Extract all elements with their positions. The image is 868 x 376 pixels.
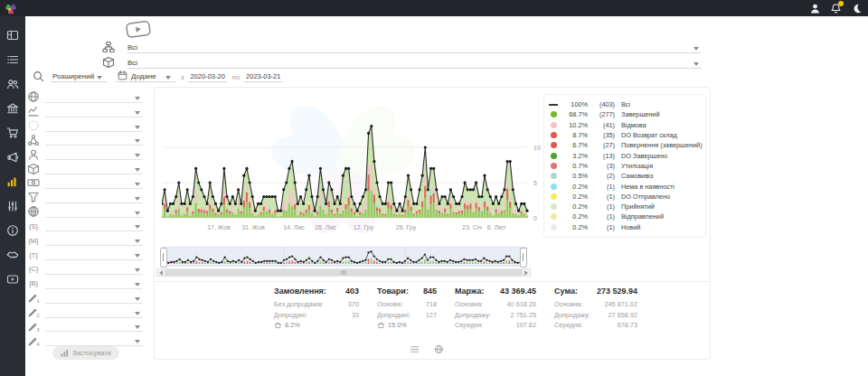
apply-filters-button[interactable]: Застосувати — [52, 346, 119, 360]
filter-row-categories[interactable]: Всі — [102, 40, 702, 53]
filter-dropdown-11[interactable]: {M} — [27, 231, 143, 246]
legend-item-11[interactable]: 0.2% (1) Відправлений — [548, 212, 702, 221]
filter-dropdown-6[interactable] — [27, 160, 143, 174]
legend-item-9[interactable]: 0.2% (1) DO Отправлено — [548, 192, 702, 202]
chevron-down-icon — [135, 139, 140, 143]
scroll-right-arrow[interactable] — [523, 268, 530, 277]
legend-dot-swatch — [551, 132, 557, 138]
globe-view-icon[interactable] — [434, 344, 444, 354]
date-from-input[interactable]: 2020-03-20 — [188, 72, 226, 82]
sidebar-item-settings-sliders[interactable] — [0, 196, 25, 216]
filter-dropdown-14[interactable]: {B} — [27, 275, 143, 289]
scrollbar-thumb[interactable] — [165, 269, 523, 276]
sidebar-item-cart[interactable] — [0, 123, 25, 143]
funnel-icon — [27, 192, 40, 203]
sidebar-item-analytics[interactable] — [0, 172, 25, 192]
trend-line-icon — [27, 106, 40, 118]
range-handle-left[interactable] — [160, 248, 167, 268]
filter-dropdown-5[interactable] — [27, 146, 143, 160]
filter-dropdown-15[interactable]: 1 — [27, 289, 143, 304]
products-filter-value[interactable]: Всі — [127, 59, 137, 67]
legend-item-2[interactable]: 10.2% (41) Відмова — [548, 120, 702, 130]
range-handle-right[interactable] — [520, 248, 527, 268]
stat-title: Замовлення: — [274, 287, 326, 296]
legend-item-0[interactable]: 100% (403) Всі — [548, 99, 702, 109]
filter-dropdown-13[interactable]: {C} — [27, 260, 143, 275]
filter-dropdown-12[interactable]: {T} — [27, 246, 143, 260]
search-mode-select[interactable]: Розширений — [51, 72, 107, 82]
legend-item-4[interactable]: 6.7% (27) Повернення (завершений) — [548, 140, 702, 150]
stat-column-3: Маржа:43 369.45Основна:40 618.20Допродаж… — [455, 287, 536, 331]
category-tree-icon — [102, 41, 116, 53]
user-avatar-icon[interactable] — [809, 3, 821, 14]
legend-label: Утилізація — [621, 162, 653, 170]
legend-item-12[interactable]: 0.2% (1) Новий — [548, 222, 702, 232]
sidebar-item-info[interactable] — [0, 221, 25, 240]
package-icon — [102, 56, 116, 69]
sidebar-item-partners[interactable] — [0, 245, 25, 265]
legend-dot-swatch — [551, 183, 557, 190]
filter-dropdown-3[interactable] — [27, 118, 143, 132]
sidebar-item-orders-list[interactable] — [0, 50, 25, 70]
legend-item-8[interactable]: 0.2% (1) Нема в наявності — [548, 181, 702, 191]
app-logo[interactable] — [4, 1, 18, 15]
date-to-input[interactable]: 2023-03-21 — [244, 72, 282, 82]
legend-item-1[interactable]: 68.7% (277) Завершений — [548, 109, 702, 119]
sidebar-item-announcements[interactable] — [0, 147, 25, 167]
legend-dot-swatch — [551, 173, 557, 179]
analytics-dashboard: Всі Всі Розширений Додане — [0, 0, 868, 376]
chevron-down-icon — [693, 47, 699, 51]
video-tutorials-icon — [6, 273, 19, 286]
stat-sub-value: 33 — [352, 310, 359, 321]
filter-dropdown-8[interactable] — [27, 189, 143, 203]
list-view-icon[interactable] — [410, 344, 420, 354]
share-network-icon — [27, 134, 40, 146]
range-selector[interactable] — [162, 247, 527, 267]
sidebar-item-warehouse[interactable] — [0, 99, 25, 118]
filter-dropdown-2[interactable] — [27, 103, 143, 118]
legend-item-6[interactable]: 0.7% (3) Утилізація — [548, 161, 702, 171]
svg-text:{B}: {B} — [29, 279, 39, 287]
filter-dropdown-1[interactable] — [27, 89, 143, 103]
stat-sub-label: Середня: — [455, 320, 484, 331]
pencil-icon: 4 — [27, 334, 40, 346]
legend-count: (27) — [588, 141, 615, 149]
scroll-left-arrow[interactable] — [157, 268, 165, 277]
legend-label: DO Завершено — [621, 152, 667, 160]
legend-count: (1) — [588, 202, 615, 211]
filter-row-products[interactable]: Всі — [102, 55, 702, 69]
search-and-dates-row: Розширений Додане з 2020-03-20 по 2023-0… — [33, 70, 282, 82]
dark-mode-moon-icon[interactable] — [851, 3, 863, 14]
sidebar-item-dashboard[interactable] — [0, 25, 25, 45]
range-scrollbar[interactable] — [156, 268, 531, 277]
filter-dropdown-4[interactable] — [27, 132, 143, 146]
date-field-select[interactable]: Додане — [116, 70, 175, 82]
stat-value: 845 — [423, 287, 437, 296]
legend-item-5[interactable]: 3.2% (13) DO Завершено — [548, 150, 702, 160]
scrollbar-grip-icon — [342, 270, 346, 275]
filter-dropdown-17[interactable]: 3 — [27, 318, 143, 333]
filter-dropdown-18[interactable]: 4 — [27, 332, 143, 346]
legend-item-7[interactable]: 0.5% (2) Самовивіз — [548, 171, 702, 181]
chevron-down-icon — [135, 283, 140, 287]
sidebar-item-video-tutorials[interactable] — [0, 269, 25, 289]
legend-item-3[interactable]: 8.7% (35) DO Возврат склад — [548, 130, 702, 140]
stat-sub-value: 27 658.92 — [609, 310, 637, 321]
video-hint-button[interactable] — [124, 19, 153, 41]
sidebar-item-customers[interactable] — [0, 74, 25, 94]
filter-dropdown-16[interactable]: 2 — [27, 304, 143, 318]
legend-item-10[interactable]: 0.2% (1) Прийнятий — [548, 202, 702, 212]
svg-text:10: 10 — [533, 145, 541, 151]
legend-count: (277) — [588, 110, 615, 118]
curly-field-icon: {T} — [27, 249, 40, 260]
filter-dropdown-10[interactable]: {S} — [27, 218, 143, 232]
sidebar-nav — [0, 16, 25, 376]
filter-dropdown-9[interactable] — [27, 203, 143, 218]
summary-stats: Замовлення:403Без допродажів:370Допродан… — [274, 287, 637, 331]
notifications-bell-icon[interactable] — [830, 3, 842, 14]
categories-filter-value[interactable]: Всі — [127, 43, 137, 52]
stat-value: 273 529.94 — [597, 287, 637, 296]
stat-column-1: Замовлення:403Без допродажів:370Допродан… — [274, 287, 359, 331]
chevron-down-icon — [135, 297, 140, 301]
filter-dropdown-7[interactable] — [27, 174, 143, 189]
